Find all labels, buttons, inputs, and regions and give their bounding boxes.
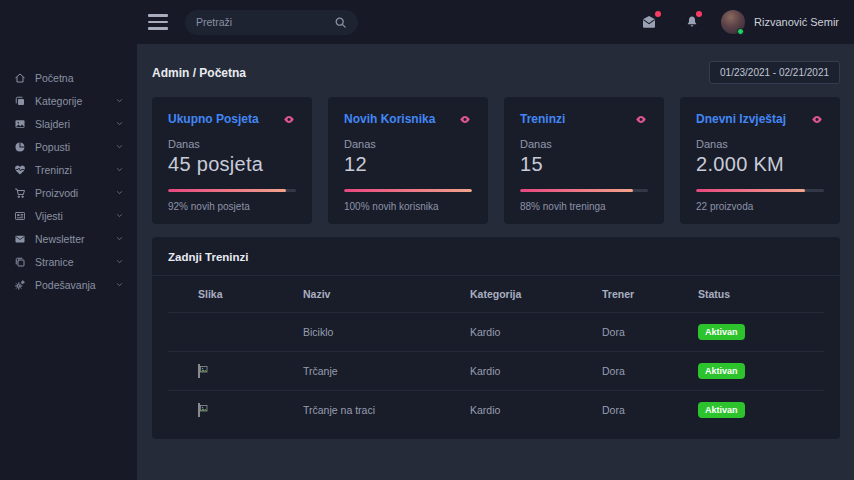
table-header-row: Slika Naziv Kategorija Trener Status (168, 276, 824, 312)
training-category: Kardio (470, 365, 602, 377)
chevron-down-icon (116, 258, 123, 265)
mail-notification-dot (655, 11, 661, 17)
training-name: Biciklo (303, 326, 470, 338)
column-header: Slika (168, 288, 303, 300)
topbar: Rizvanović Semir (137, 0, 854, 44)
chevron-down-icon (116, 143, 123, 150)
user-name[interactable]: Rizvanović Semir (754, 16, 839, 28)
online-status-dot (737, 28, 744, 35)
latest-trainings-panel: Zadnji Treninzi Slika Naziv Kategorija T… (152, 237, 840, 439)
user-avatar[interactable] (721, 10, 745, 34)
heartbeat-icon (13, 163, 26, 176)
progress-bar (520, 189, 648, 192)
card-period: Danas (344, 138, 472, 150)
search-input[interactable] (196, 16, 334, 28)
sidebar-item-popusti[interactable]: Popusti (0, 135, 137, 158)
pages-icon (13, 255, 26, 268)
card-caption: 88% novih treninga (520, 201, 648, 212)
eye-icon[interactable] (634, 114, 648, 125)
card-period: Danas (520, 138, 648, 150)
chevron-down-icon (116, 120, 123, 127)
sidebar-item-label: Vijesti (35, 210, 63, 222)
sidebar-item-slajderi[interactable]: Slajderi (0, 112, 137, 135)
stat-card-treninzi: Treninzi Danas 15 88% novih treninga (504, 97, 664, 224)
sidebar: Početna Kategorije Slajd (0, 0, 137, 480)
card-value: 15 (520, 153, 648, 176)
table-row[interactable]: Trčanje na traci Kardio Dora Aktivan (168, 390, 824, 429)
card-caption: 100% novih korisnika (344, 201, 472, 212)
broken-image-icon (198, 403, 200, 417)
mail-icon[interactable] (640, 14, 658, 30)
sidebar-item-label: Stranice (35, 256, 74, 268)
copy-icon (13, 94, 26, 107)
chevron-down-icon (116, 212, 123, 219)
cogs-icon (13, 278, 26, 291)
sidebar-item-pocetna[interactable]: Početna (0, 66, 137, 89)
training-name: Trčanje na traci (303, 404, 470, 416)
column-header: Status (698, 288, 824, 300)
training-trainer: Dora (602, 404, 698, 416)
sidebar-item-proizvodi[interactable]: Proizvodi (0, 181, 137, 204)
card-title: Novih Korisnika (344, 112, 435, 126)
stat-card-dnevni-izvjestaj: Dnevni Izvještaj Danas 2.000 KM 22 proiz… (680, 97, 840, 224)
sidebar-item-label: Kategorije (35, 95, 82, 107)
envelope-icon (13, 232, 26, 245)
image-icon (13, 117, 26, 130)
cart-icon (13, 186, 26, 199)
chevron-down-icon (116, 97, 123, 104)
card-value: 2.000 KM (696, 153, 824, 176)
sidebar-item-podesavanja[interactable]: Podešavanja (0, 273, 137, 296)
sidebar-item-label: Popusti (35, 141, 70, 153)
sidebar-item-label: Treninzi (35, 164, 72, 176)
status-badge: Aktivan (698, 402, 745, 418)
app-window: Rizvanović Semir Početna Kategorije (0, 0, 854, 480)
sidebar-item-label: Newsletter (35, 233, 85, 245)
card-period: Danas (696, 138, 824, 150)
chevron-down-icon (116, 281, 123, 288)
training-category: Kardio (470, 404, 602, 416)
sidebar-item-label: Početna (35, 72, 74, 84)
sidebar-item-treninzi[interactable]: Treninzi (0, 158, 137, 181)
panel-title: Zadnji Treninzi (152, 237, 840, 276)
column-header: Kategorija (470, 288, 602, 300)
eye-icon[interactable] (458, 114, 472, 125)
home-icon (13, 71, 26, 84)
stat-card-novih-korisnika: Novih Korisnika Danas 12 100% novih kori… (328, 97, 488, 224)
training-trainer: Dora (602, 326, 698, 338)
card-title: Treninzi (520, 112, 565, 126)
main-content: Admin / Početna 01/23/2021 - 02/21/2021 … (137, 44, 854, 480)
column-header: Trener (602, 288, 698, 300)
sidebar-item-kategorije[interactable]: Kategorije (0, 89, 137, 112)
sidebar-item-vijesti[interactable]: Vijesti (0, 204, 137, 227)
hamburger-icon[interactable] (148, 14, 168, 30)
bell-icon[interactable] (685, 14, 699, 30)
training-category: Kardio (470, 326, 602, 338)
search-icon[interactable] (334, 16, 347, 29)
stat-card-ukupno-posjeta: Ukupno Posjeta Danas 45 posjeta 92% novi… (152, 97, 312, 224)
eye-icon[interactable] (810, 114, 824, 125)
card-period: Danas (168, 138, 296, 150)
date-range-picker[interactable]: 01/23/2021 - 02/21/2021 (709, 61, 840, 84)
newspaper-icon (13, 209, 26, 222)
search-box[interactable] (185, 10, 358, 35)
table-row[interactable]: Biciklo Kardio Dora Aktivan (168, 312, 824, 351)
sidebar-item-stranice[interactable]: Stranice (0, 250, 137, 273)
chevron-down-icon (116, 235, 123, 242)
sidebar-item-label: Podešavanja (35, 279, 96, 291)
broken-image-icon (198, 364, 200, 378)
chevron-down-icon (116, 166, 123, 173)
card-caption: 22 proizvoda (696, 201, 824, 212)
bell-notification-dot (696, 11, 702, 17)
sidebar-item-newsletter[interactable]: Newsletter (0, 227, 137, 250)
progress-bar (344, 189, 472, 192)
eye-icon[interactable] (282, 114, 296, 125)
breadcrumb: Admin / Početna (152, 66, 246, 80)
chevron-down-icon (116, 189, 123, 196)
sidebar-item-label: Slajderi (35, 118, 70, 130)
card-value: 45 posjeta (168, 153, 296, 176)
topbar-right: Rizvanović Semir (640, 10, 854, 34)
table-row[interactable]: Trčanje Kardio Dora Aktivan (168, 351, 824, 390)
training-name: Trčanje (303, 365, 470, 377)
column-header: Naziv (303, 288, 470, 300)
card-title: Ukupno Posjeta (168, 112, 259, 126)
